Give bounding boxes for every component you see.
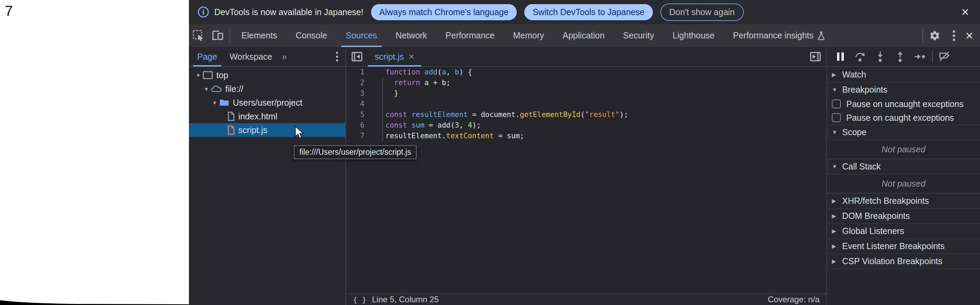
section-call-stack[interactable]: ▼Call Stack xyxy=(827,159,980,174)
tree-item-file[interactable]: ▼file:// xyxy=(189,82,345,96)
code-editor[interactable]: 1function add(a, b) {2 return a + b;3 }4… xyxy=(346,67,826,293)
navigator-tab-page[interactable]: Page xyxy=(191,47,223,67)
section-label: Global Listeners xyxy=(842,226,904,236)
checkbox-pause-on-uncaught-exceptions[interactable]: Pause on uncaught exceptions xyxy=(827,97,980,111)
inspect-element-icon[interactable] xyxy=(189,24,208,47)
match-chrome-language-button[interactable]: Always match Chrome's language xyxy=(371,4,517,20)
code-line-2[interactable]: 2 return a + b; xyxy=(346,78,826,88)
tab-application[interactable]: Application xyxy=(554,24,614,47)
line-number[interactable]: 7 xyxy=(346,131,372,141)
tab-label: Performance xyxy=(445,30,495,40)
step-into-icon[interactable] xyxy=(870,47,890,67)
line-number[interactable]: 3 xyxy=(346,88,372,99)
section-csp-violation-breakpoints[interactable]: ▶CSP Violation Breakpoints xyxy=(827,254,980,268)
tab-lighthouse[interactable]: Lighthouse xyxy=(663,24,724,47)
section-breakpoints[interactable]: ▼Breakpoints xyxy=(827,82,980,97)
pause-script-icon[interactable] xyxy=(830,47,850,67)
tab-security[interactable]: Security xyxy=(614,24,663,47)
tree-item-users-user-project[interactable]: ▼Users/user/project xyxy=(189,96,345,109)
line-number[interactable]: 2 xyxy=(346,78,372,88)
line-number[interactable]: 6 xyxy=(346,120,372,131)
expander-down-icon: ▼ xyxy=(832,164,842,170)
switch-devtools-japanese-button[interactable]: Switch DevTools to Japanese xyxy=(524,4,653,20)
tree-item-script-js[interactable]: script.js xyxy=(189,123,345,137)
page-number-label: 7 xyxy=(5,3,13,19)
line-number[interactable]: 5 xyxy=(346,109,372,120)
tab-performance-insights[interactable]: Performance insights xyxy=(724,24,835,47)
infobar-close-icon[interactable]: × xyxy=(959,5,971,19)
flask-icon xyxy=(817,31,826,40)
tab-performance[interactable]: Performance xyxy=(436,24,504,47)
tab-console[interactable]: Console xyxy=(286,24,336,47)
collapse-debugger-icon[interactable] xyxy=(805,52,826,61)
collapse-navigator-icon[interactable] xyxy=(346,52,368,61)
checkbox-box[interactable] xyxy=(832,113,841,122)
deactivate-breakpoints-icon[interactable] xyxy=(935,47,955,67)
code-line-4[interactable]: 4 xyxy=(346,99,826,109)
section-xhr-fetch-breakpoints[interactable]: ▶XHR/fetch Breakpoints xyxy=(827,193,980,208)
section-global-listeners[interactable]: ▶Global Listeners xyxy=(827,224,980,238)
editor-tab-scriptjs[interactable]: script.js × xyxy=(368,47,421,67)
checkbox-pause-on-caught-exceptions[interactable]: Pause on caught exceptions xyxy=(827,111,980,125)
tree-item-label: top xyxy=(216,70,228,80)
dont-show-again-button[interactable]: Don't show again xyxy=(660,3,744,21)
editor-tab-strip: script.js × xyxy=(346,47,826,67)
navigator-tabs: PageWorkspace » xyxy=(189,47,345,67)
code-line-1[interactable]: 1function add(a, b) { xyxy=(346,67,826,78)
step-out-icon[interactable] xyxy=(890,47,910,67)
section-label: CSP Violation Breakpoints xyxy=(842,256,942,266)
debugger-empty-area xyxy=(827,268,980,305)
tab-elements[interactable]: Elements xyxy=(232,24,286,47)
expander-down-icon[interactable]: ▼ xyxy=(211,100,218,106)
editor-tab-close-icon[interactable]: × xyxy=(409,52,414,61)
tree-item-top[interactable]: ▼top xyxy=(189,68,345,82)
step-icon[interactable] xyxy=(910,47,930,67)
tab-memory[interactable]: Memory xyxy=(504,24,553,47)
tree-item-label: file:// xyxy=(225,84,243,94)
screenshot-stage: 7 i DevTools is now available in Japanes… xyxy=(0,0,980,305)
checkbox-label: Pause on caught exceptions xyxy=(846,113,954,123)
device-toolbar-icon[interactable] xyxy=(208,24,228,47)
expander-down-icon[interactable]: ▼ xyxy=(194,72,202,78)
code-line-7[interactable]: 7resultElement.textContent = sum; xyxy=(346,131,826,141)
more-tabs-chevron[interactable]: » xyxy=(278,51,291,62)
settings-gear-icon[interactable] xyxy=(925,24,944,47)
code-lines: 1function add(a, b) {2 return a + b;3 }4… xyxy=(346,67,826,141)
expander-down-icon: ▼ xyxy=(832,87,842,93)
tab-label: Network xyxy=(396,30,427,40)
tree-item-index-html[interactable]: index.html xyxy=(189,109,345,123)
line-number[interactable]: 1 xyxy=(346,67,372,78)
code-line-5[interactable]: 5const resultElement = document.getEleme… xyxy=(346,109,826,120)
section-watch[interactable]: ▶Watch xyxy=(827,67,980,82)
mouse-cursor xyxy=(294,126,306,139)
navigator-tab-workspace[interactable]: Workspace xyxy=(223,47,278,67)
file-js-icon xyxy=(228,125,235,135)
braces-icon[interactable]: { } xyxy=(353,295,367,304)
tab-label: Console xyxy=(296,30,327,40)
navigator-kebab-icon[interactable] xyxy=(331,51,343,62)
checkbox-label: Pause on uncaught exceptions xyxy=(846,99,964,109)
tab-network[interactable]: Network xyxy=(387,24,436,47)
file-icon xyxy=(228,112,235,121)
section-event-listener-breakpoints[interactable]: ▶Event Listener Breakpoints xyxy=(827,238,980,254)
code-line-content: function add(a, b) { xyxy=(372,67,472,78)
section-label: Breakpoints xyxy=(842,85,888,95)
tab-sources[interactable]: Sources xyxy=(336,24,387,47)
kebab-menu-icon[interactable] xyxy=(944,24,964,47)
line-number[interactable]: 4 xyxy=(346,99,372,109)
code-line-6[interactable]: 6const sum = add(3, 4); xyxy=(346,120,826,131)
step-over-icon[interactable] xyxy=(850,47,870,67)
devtools-window: i DevTools is now available in Japanese!… xyxy=(189,0,980,305)
sources-panel: PageWorkspace » ▼top▼file://▼Users/user/… xyxy=(189,47,980,305)
tab-label: Application xyxy=(563,30,605,40)
section-dom-breakpoints[interactable]: ▶DOM Breakpoints xyxy=(827,208,980,224)
checkbox-box[interactable] xyxy=(832,99,841,109)
tab-label: Memory xyxy=(513,30,544,40)
expander-down-icon[interactable]: ▼ xyxy=(203,86,210,92)
section-scope[interactable]: ▼Scope xyxy=(827,125,980,140)
gutter-divider xyxy=(382,78,383,141)
devtools-close-icon[interactable]: × xyxy=(964,29,975,42)
code-line-3[interactable]: 3 } xyxy=(346,88,826,99)
expander-right-icon: ▶ xyxy=(832,213,842,219)
frame-icon xyxy=(203,71,213,79)
